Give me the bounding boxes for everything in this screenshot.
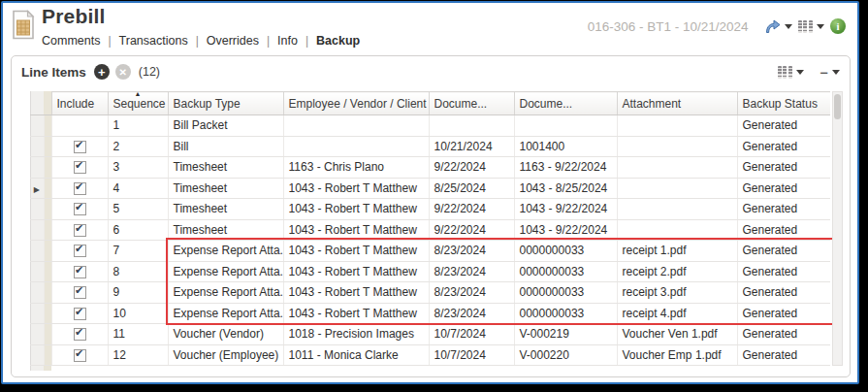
attachment-cell[interactable] <box>617 199 737 220</box>
document-date-cell[interactable]: 9/22/2024 <box>429 199 514 220</box>
employee-vendor-client-cell[interactable]: 1043 - Robert T Matthew <box>283 282 429 304</box>
row-selector-cell[interactable] <box>30 344 44 366</box>
attachment-cell[interactable]: Voucher Emp 1.pdf <box>617 344 737 366</box>
employee-vendor-client-cell[interactable]: 1043 - Robert T Matthew <box>283 241 429 262</box>
employee-vendor-client-cell[interactable]: 1018 - Precision Images <box>283 324 429 345</box>
sequence-cell[interactable]: 9 <box>108 282 168 304</box>
document-number-cell[interactable]: V-000219 <box>514 324 617 345</box>
backup-status-cell[interactable]: Generated <box>737 178 830 199</box>
attachment-cell[interactable] <box>617 178 737 199</box>
column-header-sequence[interactable]: ▲Sequence <box>108 92 168 115</box>
employee-vendor-client-cell[interactable]: 1043 - Robert T Matthew <box>283 178 429 199</box>
backup-status-cell[interactable]: Generated <box>737 241 830 262</box>
sequence-cell[interactable]: 1 <box>108 115 168 137</box>
backup-type-cell[interactable]: Timesheet <box>168 157 283 179</box>
tab-comments[interactable]: Comments <box>42 34 100 48</box>
employee-vendor-client-cell[interactable]: 1043 - Robert T Matthew <box>283 199 429 220</box>
sequence-cell[interactable]: 2 <box>108 136 168 157</box>
attachment-cell[interactable] <box>617 115 737 137</box>
include-checkbox[interactable]: ✔ <box>74 182 86 195</box>
row-selector-cell[interactable] <box>30 136 44 157</box>
vertical-scrollbar[interactable] <box>832 91 843 366</box>
include-cell[interactable]: ✔ <box>51 136 108 157</box>
table-row[interactable]: ✔ 12 Voucher (Employee) 1011 - Monica Cl… <box>30 344 830 366</box>
backup-type-cell[interactable]: Voucher (Vendor) <box>168 324 283 345</box>
backup-status-cell[interactable]: Generated <box>737 157 830 179</box>
include-cell[interactable]: ✔ <box>51 241 108 262</box>
document-number-cell[interactable]: V-000220 <box>514 344 617 366</box>
table-row[interactable]: ✔ 9 Expense Report Atta... 1043 - Robert… <box>30 282 830 304</box>
table-row[interactable]: ✔ 10 Expense Report Atta... 1043 - Rober… <box>30 303 830 324</box>
document-number-cell[interactable]: 1163 - 9/22/2024 <box>514 157 617 179</box>
sequence-cell[interactable]: 5 <box>108 199 168 220</box>
sequence-cell[interactable]: 10 <box>108 303 168 324</box>
document-date-cell[interactable]: 8/23/2024 <box>429 241 514 262</box>
tab-backup[interactable]: Backup <box>316 34 360 48</box>
employee-vendor-client-cell[interactable]: 1043 - Robert T Matthew <box>283 303 429 324</box>
include-checkbox[interactable]: ✔ <box>74 141 86 153</box>
include-cell[interactable]: ✔ <box>51 282 108 304</box>
document-date-cell[interactable]: 10/7/2024 <box>429 344 514 366</box>
backup-status-cell[interactable]: Generated <box>737 303 830 324</box>
column-header-document-number[interactable]: Docume... <box>514 92 617 115</box>
tab-info[interactable]: Info <box>277 34 298 48</box>
attachment-cell[interactable] <box>617 136 737 157</box>
document-number-cell[interactable] <box>514 115 617 137</box>
tab-overrides[interactable]: Overrides <box>207 34 259 48</box>
attachment-cell[interactable]: Voucher Ven 1.pdf <box>617 324 737 345</box>
scrollbar-thumb[interactable] <box>834 94 841 119</box>
include-checkbox[interactable]: ✔ <box>74 203 86 215</box>
column-header-backup-status[interactable]: Backup Status <box>737 92 830 115</box>
backup-type-cell[interactable]: Bill <box>168 136 283 157</box>
backup-type-cell[interactable]: Expense Report Atta... <box>168 282 283 304</box>
attachment-cell[interactable]: receipt 4.pdf <box>617 303 737 324</box>
add-line-item-button[interactable]: + <box>94 64 110 80</box>
grid-column-chooser-button[interactable] <box>778 66 805 79</box>
document-number-cell[interactable]: 1043 - 9/22/2024 <box>514 199 617 220</box>
row-selector-cell[interactable] <box>30 303 44 324</box>
attachment-cell[interactable]: receipt 2.pdf <box>617 261 737 282</box>
sequence-cell[interactable]: 11 <box>108 324 168 345</box>
include-checkbox[interactable]: ✔ <box>74 266 86 278</box>
table-row[interactable]: ✔ 7 Expense Report Atta... 1043 - Robert… <box>30 241 830 262</box>
backup-type-cell[interactable]: Timesheet <box>168 219 283 241</box>
backup-type-cell[interactable]: Timesheet <box>168 199 283 220</box>
attachment-cell[interactable]: receipt 1.pdf <box>617 241 737 262</box>
employee-vendor-client-cell[interactable]: 1163 - Chris Plano <box>283 157 429 179</box>
row-selector-cell[interactable] <box>30 219 44 241</box>
document-date-cell[interactable]: 9/22/2024 <box>429 157 514 179</box>
document-date-cell[interactable]: 10/21/2024 <box>429 136 514 157</box>
include-cell[interactable]: ✔ <box>51 324 108 345</box>
row-selector-cell[interactable]: ▶ <box>30 178 44 199</box>
document-number-cell[interactable]: 1001400 <box>514 136 617 157</box>
include-cell[interactable]: ✔ <box>51 261 108 282</box>
include-cell[interactable]: ✔ <box>51 199 108 220</box>
include-cell[interactable] <box>51 115 108 137</box>
backup-status-cell[interactable]: Generated <box>737 199 830 220</box>
sequence-cell[interactable]: 7 <box>108 241 168 262</box>
row-selector-cell[interactable] <box>30 115 44 137</box>
backup-type-cell[interactable]: Timesheet <box>168 178 283 199</box>
jump-to-button[interactable] <box>764 19 792 34</box>
document-number-cell[interactable]: 1043 - 8/25/2024 <box>514 178 617 199</box>
backup-status-cell[interactable]: Generated <box>737 324 830 345</box>
attachment-cell[interactable] <box>617 157 737 179</box>
column-header-include[interactable]: Include <box>51 92 108 115</box>
backup-type-cell[interactable]: Expense Report Atta... <box>168 241 283 262</box>
tab-transactions[interactable]: Transactions <box>119 34 188 48</box>
include-cell[interactable]: ✔ <box>51 344 108 366</box>
row-selector-cell[interactable] <box>30 157 44 179</box>
document-number-cell[interactable]: 1043 - 9/22/2024 <box>514 219 617 241</box>
table-row[interactable]: ✔ 8 Expense Report Atta... 1043 - Robert… <box>30 261 830 282</box>
table-row[interactable]: ▶ ✔ 4 Timesheet 1043 - Robert T Matthew … <box>30 178 830 199</box>
sequence-cell[interactable]: 3 <box>108 157 168 179</box>
document-date-cell[interactable]: 10/7/2024 <box>429 324 514 345</box>
document-date-cell[interactable] <box>429 115 514 137</box>
row-selector-cell[interactable] <box>30 199 44 220</box>
row-selector-cell[interactable] <box>30 324 44 345</box>
document-number-cell[interactable]: 0000000033 <box>514 282 617 304</box>
backup-type-cell[interactable]: Bill Packet <box>168 115 283 137</box>
document-number-cell[interactable]: 0000000033 <box>514 261 617 282</box>
include-cell[interactable]: ✔ <box>51 178 108 199</box>
include-checkbox[interactable]: ✔ <box>74 224 86 237</box>
